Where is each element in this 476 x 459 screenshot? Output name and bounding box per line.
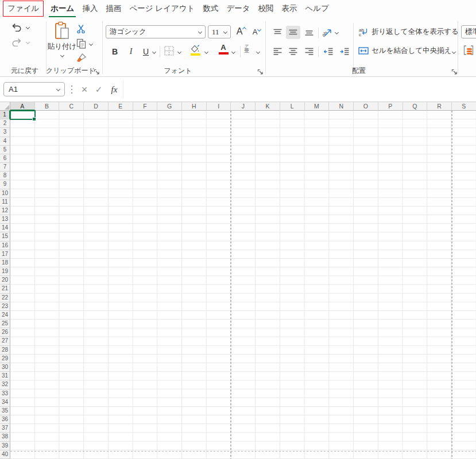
row-header-40[interactable]: 40 (0, 450, 10, 459)
font-size-combo[interactable]: 11 (208, 25, 231, 38)
wrap-text-button[interactable]: ab c 折り返して全体を表示する (358, 27, 459, 37)
tab-review[interactable]: 校閲 (254, 1, 278, 16)
font-dialog-launcher[interactable] (257, 67, 264, 74)
align-center-button[interactable] (286, 45, 300, 58)
font-name-chevron[interactable] (198, 30, 202, 34)
row-header-4[interactable]: 4 (0, 137, 10, 146)
column-header-B[interactable]: B (35, 102, 60, 111)
cut-button[interactable] (76, 24, 86, 34)
column-header-L[interactable]: L (280, 102, 305, 111)
underline-button[interactable]: U (140, 45, 152, 58)
font-color-dropdown-chevron[interactable] (231, 50, 235, 54)
align-middle-button[interactable] (286, 26, 300, 39)
row-header-28[interactable]: 28 (0, 346, 10, 355)
tab-data[interactable]: データ (222, 1, 254, 16)
borders-dropdown-chevron[interactable] (177, 50, 181, 54)
borders-button[interactable] (164, 46, 174, 56)
number-format-combo[interactable]: 標準 (461, 25, 476, 38)
row-header-30[interactable]: 30 (0, 363, 10, 372)
row-header-13[interactable]: 13 (0, 215, 10, 224)
phonetic-guide-button[interactable]: ア 亜 (244, 44, 249, 53)
row-header-25[interactable]: 25 (0, 320, 10, 328)
column-header-M[interactable]: M (305, 102, 330, 111)
column-header-S[interactable]: S (452, 102, 476, 111)
row-header-8[interactable]: 8 (0, 172, 10, 180)
name-box-chevron[interactable] (56, 87, 60, 91)
cells-area[interactable] (10, 111, 476, 459)
row-header-9[interactable]: 9 (0, 180, 10, 189)
column-header-C[interactable]: C (59, 102, 84, 111)
name-box[interactable]: A1 (3, 82, 65, 96)
undo-dropdown-chevron[interactable] (26, 25, 30, 29)
accounting-format-button[interactable] (463, 45, 475, 56)
row-header-21[interactable]: 21 (0, 285, 10, 293)
paste-dropdown-chevron[interactable] (60, 53, 64, 57)
formula-input[interactable] (123, 80, 476, 99)
row-header-27[interactable]: 27 (0, 337, 10, 345)
fill-color-button[interactable] (189, 45, 201, 56)
row-header-22[interactable]: 22 (0, 294, 10, 302)
column-header-E[interactable]: E (109, 102, 133, 111)
tab-view[interactable]: 表示 (278, 1, 301, 16)
cancel-button[interactable]: × (78, 77, 91, 102)
column-header-K[interactable]: K (256, 102, 280, 111)
tab-page-layout[interactable]: ページ レイアウト (125, 1, 199, 16)
row-header-26[interactable]: 26 (0, 328, 10, 337)
tab-file[interactable]: ファイル (3, 1, 44, 17)
decrease-indent-button[interactable] (321, 45, 335, 58)
row-header-36[interactable]: 36 (0, 415, 10, 424)
redo-dropdown-chevron[interactable] (26, 40, 30, 44)
row-header-5[interactable]: 5 (0, 146, 10, 154)
row-header-10[interactable]: 10 (0, 189, 10, 198)
orientation-dropdown-chevron[interactable] (335, 30, 339, 34)
merge-center-dropdown-chevron[interactable] (452, 50, 456, 54)
row-header-24[interactable]: 24 (0, 311, 10, 320)
shrink-font-button[interactable]: A (250, 25, 264, 38)
row-header-38[interactable]: 38 (0, 433, 10, 441)
font-size-chevron[interactable] (223, 30, 227, 34)
column-header-R[interactable]: R (427, 102, 452, 111)
tab-insert[interactable]: 挿入 (78, 1, 102, 16)
row-header-32[interactable]: 32 (0, 380, 10, 389)
enter-button[interactable]: ✓ (92, 77, 105, 102)
column-header-G[interactable]: G (157, 102, 182, 111)
font-name-combo[interactable]: 游ゴシック (106, 25, 206, 38)
row-header-20[interactable]: 20 (0, 276, 10, 285)
fill-color-dropdown-chevron[interactable] (204, 50, 208, 54)
copy-button[interactable] (76, 38, 86, 49)
phonetic-dropdown-chevron[interactable] (256, 50, 260, 54)
row-header-33[interactable]: 33 (0, 390, 10, 398)
column-header-O[interactable]: O (354, 102, 378, 111)
increase-indent-button[interactable] (337, 45, 351, 58)
insert-function-button[interactable]: fx (108, 77, 121, 102)
font-color-button[interactable]: A (218, 44, 229, 55)
tab-draw[interactable]: 描画 (102, 1, 125, 16)
tab-formulas[interactable]: 数式 (199, 1, 222, 16)
column-header-F[interactable]: F (133, 102, 158, 111)
row-header-6[interactable]: 6 (0, 154, 10, 163)
row-header-2[interactable]: 2 (0, 119, 10, 128)
row-header-14[interactable]: 14 (0, 224, 10, 232)
row-header-15[interactable]: 15 (0, 232, 10, 241)
merge-center-button[interactable]: セルを結合して中央揃え (358, 46, 451, 56)
align-top-button[interactable] (270, 26, 285, 39)
bold-button[interactable]: B (109, 45, 121, 58)
row-header-31[interactable]: 31 (0, 372, 10, 380)
select-all-corner[interactable] (0, 102, 10, 111)
underline-dropdown-chevron[interactable] (152, 50, 156, 54)
align-right-button[interactable] (302, 45, 316, 58)
row-header-17[interactable]: 17 (0, 250, 10, 259)
align-left-button[interactable] (270, 45, 285, 58)
row-header-1[interactable]: 1 (0, 111, 10, 119)
row-header-3[interactable]: 3 (0, 128, 10, 137)
row-header-35[interactable]: 35 (0, 407, 10, 415)
column-header-D[interactable]: D (84, 102, 109, 111)
italic-button[interactable]: I (125, 45, 137, 58)
copy-dropdown-chevron[interactable] (89, 42, 93, 46)
column-header-N[interactable]: N (329, 102, 354, 111)
tab-home[interactable]: ホーム (47, 1, 78, 16)
row-header-34[interactable]: 34 (0, 398, 10, 407)
column-header-I[interactable]: I (207, 102, 231, 111)
row-header-19[interactable]: 19 (0, 267, 10, 276)
column-header-P[interactable]: P (378, 102, 403, 111)
